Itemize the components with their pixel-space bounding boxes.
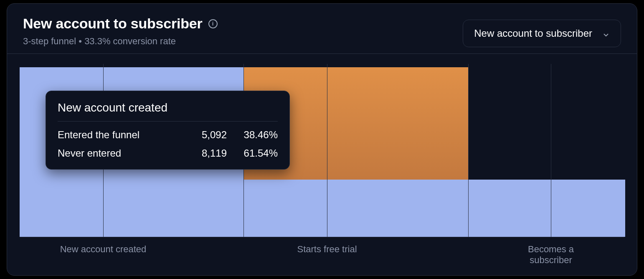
tooltip-rows: Entered the funnel 5,092 38.46% Never en… (58, 129, 278, 159)
chart-slot (327, 64, 468, 237)
chart-slot (551, 64, 625, 237)
tooltip-row-count: 5,092 (193, 129, 227, 141)
tooltip-row-label: Never entered (58, 147, 184, 159)
bar-step-3[interactable] (469, 180, 551, 237)
tooltip-row: Never entered 8,119 61.54% (58, 147, 278, 159)
x-axis-label: Becomes a subscriber (514, 244, 588, 266)
chevron-down-icon (602, 30, 610, 37)
chart-slot (468, 64, 551, 237)
funnel-selector-label: New account to subscriber (474, 28, 592, 39)
tooltip-row-pct: 38.46% (236, 129, 278, 141)
info-icon[interactable]: i (208, 19, 218, 28)
tooltip-row-pct: 61.54% (236, 147, 278, 159)
bar-step-2[interactable] (244, 180, 327, 237)
card-title: New account to subscriber (23, 15, 203, 32)
card-subtitle: 3-step funnel • 33.3% conversion rate (23, 36, 218, 47)
bar-step-2[interactable] (327, 180, 468, 237)
title-row: New account to subscriber i (23, 15, 218, 32)
chart-tooltip: New account created Entered the funnel 5… (46, 91, 290, 170)
x-axis-labels: New account created Starts free trial Be… (20, 237, 624, 262)
chart-body: New account created Starts free trial Be… (7, 54, 637, 276)
tooltip-title: New account created (58, 101, 278, 122)
funnel-card: New account to subscriber i 3-step funne… (7, 3, 637, 276)
tooltip-row-label: Entered the funnel (58, 129, 184, 141)
bar-step-3[interactable] (551, 180, 625, 237)
x-axis-label: New account created (60, 244, 147, 255)
x-axis-label: Starts free trial (297, 244, 357, 255)
funnel-selector[interactable]: New account to subscriber (463, 20, 621, 47)
tooltip-row-count: 8,119 (193, 147, 227, 159)
title-block: New account to subscriber i 3-step funne… (23, 15, 218, 47)
card-header: New account to subscriber i 3-step funne… (7, 4, 637, 54)
tooltip-row: Entered the funnel 5,092 38.46% (58, 129, 278, 141)
